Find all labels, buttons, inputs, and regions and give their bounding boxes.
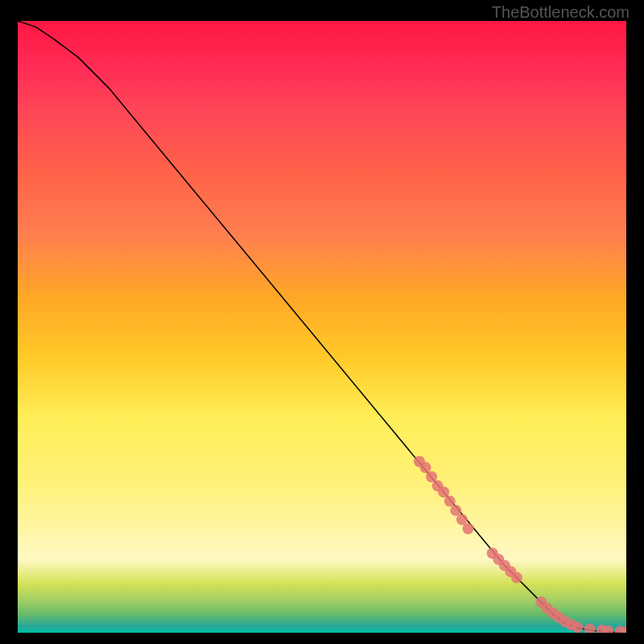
data-point bbox=[584, 623, 596, 633]
data-point bbox=[456, 514, 468, 525]
data-point bbox=[450, 505, 461, 516]
data-point bbox=[511, 572, 522, 584]
watermark-text: TheBottleneck.com bbox=[492, 3, 630, 22]
data-point bbox=[462, 523, 473, 535]
chart-svg bbox=[18, 21, 626, 633]
data-point bbox=[444, 496, 456, 507]
data-point bbox=[426, 471, 437, 482]
data-point bbox=[572, 621, 584, 633]
data-point bbox=[438, 486, 449, 497]
bottleneck-curve bbox=[18, 21, 626, 633]
plot-area bbox=[18, 21, 626, 633]
scatter-points-layer bbox=[414, 456, 626, 633]
curve-layer bbox=[18, 21, 626, 633]
data-point bbox=[420, 462, 431, 473]
